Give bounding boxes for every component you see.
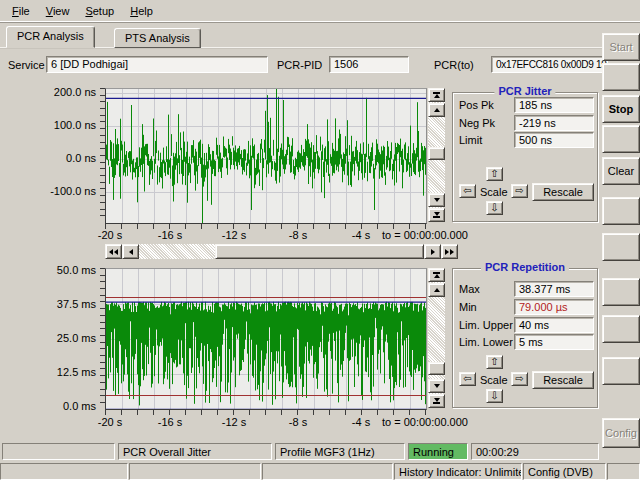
rep-scroll-bottom-button[interactable] — [428, 394, 445, 408]
rep-rescale-button[interactable]: Rescale — [532, 371, 594, 389]
lim-lower-field: 5 ms — [514, 334, 594, 350]
arrow-right-icon — [431, 249, 435, 255]
jitter-ytick-200: 200.0 ns — [30, 86, 96, 98]
jitter-ytick-0: 0.0 ns — [30, 152, 96, 164]
rep-x-ticks — [105, 410, 426, 415]
min-label: Min — [459, 301, 477, 313]
statusbar2-blank-1 — [0, 463, 128, 480]
tab-pcr-analysis[interactable]: PCR Analysis — [6, 26, 95, 48]
double-arrow-left-icon — [109, 249, 118, 255]
statusbar2-blank-2 — [129, 463, 261, 480]
pcr-repetition-signal — [106, 269, 426, 409]
rep-xtick: -16 s — [158, 416, 182, 428]
jitter-scroll-down-button[interactable] — [428, 193, 445, 207]
pcr-jitter-panel-title: PCR Jitter — [494, 85, 555, 97]
pcr-repetition-panel: PCR Repetition Max 38.377 ms Min 79.000 … — [452, 268, 598, 408]
service-label: Service — [8, 59, 45, 71]
status-measurement: PCR Overall Jitter — [118, 443, 272, 460]
jitter-xtick: -8 s — [289, 229, 307, 241]
time-scroll-right-button[interactable] — [424, 244, 441, 259]
jitter-xtick: -20 s — [98, 229, 122, 241]
blank-button-2[interactable] — [602, 125, 640, 153]
content-top-edge — [0, 47, 640, 48]
blank-button-4[interactable] — [602, 233, 640, 261]
pcr-to-field[interactable]: 0x17EFCC816 0x00D9 19:49:5 — [491, 56, 608, 73]
rep-scale-left-button[interactable]: ⇦ — [459, 372, 476, 386]
limit-field: 500 ns — [514, 132, 594, 148]
start-button[interactable]: Start — [602, 33, 640, 61]
rep-time-reference: to = 00:00:00.000 — [382, 416, 468, 428]
status-config-mode: Config (DVB) — [523, 463, 606, 480]
jitter-scroll-up-button[interactable] — [428, 103, 445, 117]
menu-view[interactable]: View — [38, 3, 78, 19]
tab-pts-analysis[interactable]: PTS Analysis — [114, 28, 201, 48]
statusbar2-blank-3 — [262, 463, 393, 480]
blank-button-6[interactable] — [602, 315, 640, 343]
time-scroll-far-right-button[interactable] — [441, 244, 458, 259]
jitter-scale-down-button[interactable]: ⇩ — [486, 201, 503, 215]
arrow-down-icon — [434, 198, 440, 202]
jitter-time-reference: to = 00:00:00.000 — [382, 229, 468, 241]
arrow-up-bar-icon — [434, 94, 440, 98]
rep-scroll-top-button[interactable] — [428, 268, 445, 282]
status-elapsed-time: 00:00:29 — [471, 443, 599, 460]
jitter-ytick-n100: -100.0 ns — [30, 185, 96, 197]
service-field[interactable]: 6 [DD Podhigai] — [46, 56, 268, 73]
pcr-jitter-panel: PCR Jitter Pos Pk 185 ns Neg Pk -219 ns … — [452, 92, 598, 222]
rep-xtick: -8 s — [289, 416, 307, 428]
rep-scale-right-button[interactable]: ⇨ — [511, 372, 528, 386]
menu-file[interactable]: File — [4, 3, 38, 19]
pcr-jitter-signal — [106, 89, 426, 223]
blank-button-7[interactable] — [602, 357, 640, 385]
arrow-up-bar-icon — [434, 274, 440, 278]
arrow-left-icon — [129, 249, 133, 255]
blank-button-3[interactable] — [602, 197, 640, 225]
time-scroll-left-button[interactable] — [122, 244, 139, 259]
pcr-analyzer-window: File View Setup Help PTS Analysis PCR An… — [0, 0, 640, 480]
statusbar2-blank-4 — [607, 463, 640, 480]
jitter-x-ticks — [105, 224, 426, 229]
rep-scale-down-button[interactable]: ⇩ — [486, 389, 503, 403]
menu-setup[interactable]: Setup — [77, 3, 122, 19]
pos-pk-field: 185 ns — [514, 97, 594, 113]
jitter-scale-up-button[interactable]: ⇧ — [486, 167, 503, 181]
lim-upper-field: 40 ms — [514, 317, 594, 333]
rep-scale-label: Scale — [480, 374, 508, 386]
menu-help[interactable]: Help — [122, 3, 161, 19]
arrow-up-icon — [434, 288, 440, 292]
time-scroll-far-left-button[interactable] — [105, 244, 122, 259]
jitter-xtick: -12 s — [222, 229, 246, 241]
rep-ytick-37: 37.5 ms — [30, 298, 96, 310]
blank-button-1[interactable] — [602, 63, 640, 91]
jitter-scroll-bottom-button[interactable] — [428, 208, 445, 222]
pcr-to-label: PCR(to) — [434, 59, 474, 71]
status-running-badge: Running — [408, 443, 468, 460]
rep-scale-up-button[interactable]: ⇧ — [486, 355, 503, 369]
time-hscroll-thumb[interactable] — [215, 244, 424, 259]
lim-lower-label: Lim. Lower — [459, 336, 513, 348]
rep-scroll-up-button[interactable] — [428, 283, 445, 297]
jitter-xtick: -16 s — [158, 229, 182, 241]
config-button[interactable]: Config — [602, 418, 640, 448]
status-blank-1 — [2, 443, 115, 460]
rep-scroll-down-button[interactable] — [428, 379, 445, 393]
pcr-pid-label: PCR-PID — [277, 59, 322, 71]
jitter-ytick-100: 100.0 ns — [30, 119, 96, 131]
jitter-scale-left-button[interactable]: ⇦ — [459, 184, 476, 198]
jitter-scroll-top-button[interactable] — [428, 88, 445, 102]
status-profile: Profile MGF3 (1Hz) — [275, 443, 405, 460]
stop-button[interactable]: Stop — [602, 95, 640, 123]
status-history-indicator: History Indicator: Unlimited — [394, 463, 522, 480]
neg-pk-field: -219 ns — [514, 115, 594, 131]
jitter-scale-right-button[interactable]: ⇨ — [511, 184, 528, 198]
rep-xtick: -20 s — [98, 416, 122, 428]
pcr-pid-field[interactable]: 1506 — [329, 56, 409, 73]
jitter-vscroll-thumb[interactable] — [428, 147, 445, 160]
jitter-rescale-button[interactable]: Rescale — [532, 183, 594, 201]
blank-button-5[interactable] — [602, 278, 640, 306]
pos-pk-label: Pos Pk — [459, 99, 494, 111]
clear-button[interactable]: Clear — [602, 157, 640, 185]
limit-label: Limit — [459, 134, 482, 146]
max-field: 38.377 ms — [514, 281, 594, 297]
rep-vscroll-thumb[interactable] — [428, 362, 445, 375]
